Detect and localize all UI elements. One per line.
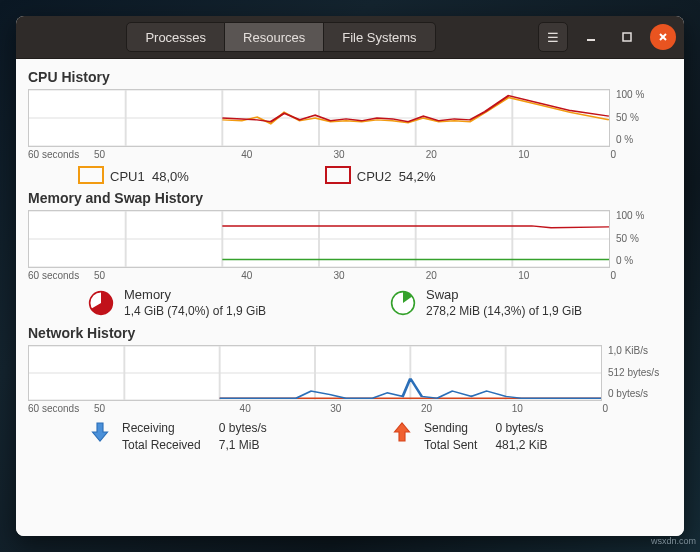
swap-pie-icon xyxy=(390,290,416,316)
cpu-chart xyxy=(28,89,610,147)
recv-label: Receiving xyxy=(122,420,201,436)
cpu-y-0: 0 % xyxy=(616,134,672,145)
section-title-cpu: CPU History xyxy=(28,69,672,85)
net-y-axis: 1,0 KiB/s 512 bytes/s 0 bytes/s xyxy=(602,343,672,401)
maximize-button[interactable] xyxy=(614,24,640,50)
mem-x-ticks: 50 40 30 20 10 0 xyxy=(94,270,616,281)
net-chart xyxy=(28,345,602,401)
memory-value: 1,4 GiB (74,0%) of 1,9 GiB xyxy=(124,304,266,320)
section-title-mem: Memory and Swap History xyxy=(28,190,672,206)
swap-legend: Swap 278,2 MiB (14,3%) of 1,9 GiB xyxy=(390,287,672,319)
memory-label: Memory xyxy=(124,287,266,304)
send-rate: 0 bytes/s xyxy=(495,420,547,436)
close-icon xyxy=(657,31,669,43)
tab-processes[interactable]: Processes xyxy=(126,22,225,52)
hamburger-icon: ☰ xyxy=(547,30,559,45)
cpu-x-ticks: 50 40 30 20 10 0 xyxy=(94,149,616,160)
net-sending: Sending 0 bytes/s Total Sent 481,2 KiB xyxy=(390,420,672,452)
swap-label: Swap xyxy=(426,287,582,304)
cpu2-swatch xyxy=(325,166,351,184)
tab-resources[interactable]: Resources xyxy=(225,22,324,52)
mem-y-axis: 100 % 50 % 0 % xyxy=(610,208,672,268)
cpu1-swatch xyxy=(78,166,104,184)
recv-total: 7,1 MiB xyxy=(219,437,267,453)
minimize-icon xyxy=(585,31,597,43)
section-title-net: Network History xyxy=(28,325,672,341)
send-label: Sending xyxy=(424,420,477,436)
net-x-label: 60 seconds xyxy=(28,403,94,414)
mem-x-label: 60 seconds xyxy=(28,270,94,281)
maximize-icon xyxy=(621,31,633,43)
cpu-x-label: 60 seconds xyxy=(28,149,94,160)
net-receiving: Receiving 0 bytes/s Total Received 7,1 M… xyxy=(88,420,370,452)
recv-total-label: Total Received xyxy=(122,437,201,453)
cpu-legend: CPU1 48,0% CPU2 54,2% xyxy=(78,166,672,184)
system-monitor-window: Processes Resources File Systems ☰ xyxy=(16,16,684,536)
memory-pie-icon xyxy=(88,290,114,316)
close-button[interactable] xyxy=(650,24,676,50)
net-x-ticks: 50 40 30 20 10 0 xyxy=(94,403,608,414)
hamburger-menu-button[interactable]: ☰ xyxy=(538,22,568,52)
svg-rect-1 xyxy=(623,33,631,41)
memory-legend: Memory 1,4 GiB (74,0%) of 1,9 GiB xyxy=(88,287,370,319)
titlebar: Processes Resources File Systems ☰ xyxy=(16,16,684,59)
cpu-y-100: 100 % xyxy=(616,89,672,100)
cpu-y-50: 50 % xyxy=(616,112,672,123)
legend-cpu2: CPU2 54,2% xyxy=(325,166,436,184)
view-tabs: Processes Resources File Systems xyxy=(126,22,435,52)
swap-value: 278,2 MiB (14,3%) of 1,9 GiB xyxy=(426,304,582,320)
recv-rate: 0 bytes/s xyxy=(219,420,267,436)
mem-chart xyxy=(28,210,610,268)
watermark: wsxdn.com xyxy=(651,536,696,546)
cpu-y-axis: 100 % 50 % 0 % xyxy=(610,87,672,147)
tab-filesystems[interactable]: File Systems xyxy=(324,22,435,52)
upload-arrow-icon xyxy=(390,420,414,444)
send-total-label: Total Sent xyxy=(424,437,477,453)
send-total: 481,2 KiB xyxy=(495,437,547,453)
legend-cpu1: CPU1 48,0% xyxy=(78,166,189,184)
download-arrow-icon xyxy=(88,420,112,444)
minimize-button[interactable] xyxy=(578,24,604,50)
